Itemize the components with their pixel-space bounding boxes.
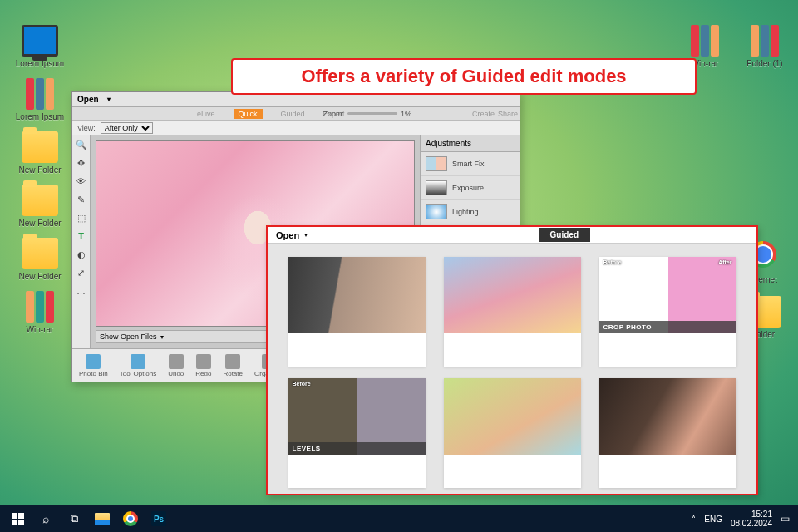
photoshop-icon: Ps [151, 511, 166, 526]
search-icon: ⌕ [42, 512, 49, 525]
guided-tab-active[interactable]: Guided [539, 228, 590, 242]
callout-banner: Offers a variety of Guided edit modes [231, 58, 697, 95]
guided-open-menu[interactable]: Open [268, 230, 316, 240]
menu-create[interactable]: Create [472, 110, 495, 118]
tool-crop[interactable]: ⤢ [76, 267, 87, 278]
guided-card-levels[interactable]: Before LEVELS [288, 378, 426, 488]
card-caption: LEVELS [288, 442, 426, 455]
tool-select[interactable]: ⬚ [76, 212, 87, 224]
label-after: After [718, 259, 732, 265]
photoshop-button[interactable]: Ps [145, 507, 173, 530]
label-before: Before [603, 259, 622, 265]
desktop-icon-binder[interactable]: Lorem Ipsum [15, 78, 65, 121]
desktop-icon-folder[interactable]: New Folder [15, 131, 65, 175]
btn-tooloptions[interactable]: Tool Options [120, 354, 156, 377]
btn-rotate[interactable]: Rotate [223, 354, 243, 377]
editor-mode-tabs: eLive Quick Guided Expert Zoom: 1% Creat… [72, 107, 520, 121]
guided-card-crop[interactable]: Before After CROP PHOTO [599, 257, 736, 367]
taskbar: ⌕ ⧉ Ps ˄ ENG 15:21 08.02.2024 ▭ [0, 505, 798, 532]
tool-redeye[interactable]: ◐ [76, 249, 87, 260]
start-button[interactable] [3, 507, 32, 530]
guided-topbar: Open Guided [268, 227, 756, 244]
tool-zoom[interactable]: 🔍 [76, 139, 87, 150]
label-before: Before [293, 381, 311, 387]
adj-exposure[interactable]: Exposure [421, 176, 520, 200]
notifications-icon[interactable]: ▭ [781, 513, 790, 525]
guided-card[interactable] [599, 378, 736, 488]
tool-palette: 🔍 ✥ 👁 ✎ ⬚ T ◐ ⤢ … [72, 135, 91, 348]
icon-label: Lorem Ipsum [15, 112, 65, 121]
desktop-icon-binder[interactable]: Folder (1) [740, 25, 790, 68]
desktop-icon-binder2[interactable]: Win-rar [15, 291, 65, 334]
view-label: View: [77, 124, 96, 132]
tool-hand[interactable]: ✥ [76, 157, 87, 169]
adjustments-header: Adjustments [421, 135, 520, 152]
guided-card[interactable] [444, 257, 581, 367]
icon-label: Folder (1) [740, 59, 790, 68]
chevron-up-icon[interactable]: ˄ [692, 515, 696, 524]
file-explorer-icon [95, 513, 110, 525]
binder-icon [746, 25, 783, 57]
taskview-button[interactable]: ⧉ [60, 507, 88, 530]
desktop-icon-folder[interactable]: New Folder [15, 238, 65, 281]
adj-smartfix[interactable]: Smart Fix [421, 152, 520, 176]
btn-photobin[interactable]: Photo Bin [79, 354, 108, 377]
explorer-button[interactable] [88, 507, 116, 530]
menu-share[interactable]: Share [498, 110, 518, 118]
zoom-value: 1% [401, 110, 411, 118]
chrome-button[interactable] [116, 507, 145, 530]
tray-date: 08.02.2024 [731, 519, 772, 528]
icon-label: New Folder [15, 165, 65, 175]
taskview-icon: ⧉ [71, 512, 78, 525]
system-tray[interactable]: ˄ ENG 15:21 08.02.2024 ▭ [692, 510, 795, 528]
callout-text: Offers a variety of Guided edit modes [301, 66, 626, 87]
folder-icon [22, 131, 58, 163]
tray-time: 15:21 [731, 510, 772, 519]
desktop-icon-monitor[interactable]: Lorem Ipsum [15, 25, 65, 68]
view-bar: View: After Only [72, 121, 520, 135]
icon-label: New Folder [15, 219, 65, 228]
tool-eye[interactable]: 👁 [76, 175, 87, 187]
binder-icon [22, 291, 58, 323]
monitor-icon [22, 25, 58, 57]
tray-clock[interactable]: 15:21 08.02.2024 [731, 510, 772, 528]
desktop-icon-folder[interactable]: New Folder [15, 185, 65, 228]
zoom-label: Zoom: [323, 110, 344, 118]
guided-window: Open Guided Before After CROP PHOTO Befo… [266, 225, 758, 495]
guided-card[interactable] [444, 378, 581, 488]
btn-undo[interactable]: Undo [168, 354, 184, 377]
icon-label: New Folder [15, 272, 65, 281]
view-mode-select[interactable]: After Only [101, 122, 153, 134]
binder-icon [687, 25, 723, 57]
folder-icon [22, 238, 58, 269]
chrome-icon [123, 511, 138, 526]
btn-redo[interactable]: Redo [195, 354, 211, 377]
folder-icon [22, 185, 58, 216]
binder-icon [22, 78, 58, 110]
windows-icon [12, 513, 24, 525]
tab-elive[interactable]: eLive [197, 110, 215, 118]
tool-text[interactable]: T [76, 230, 87, 242]
zoom-slider[interactable] [347, 112, 397, 115]
tray-lang[interactable]: ENG [704, 515, 722, 524]
tool-more[interactable]: … [76, 285, 87, 297]
tool-pencil[interactable]: ✎ [76, 194, 87, 205]
icon-label: Win-rar [15, 325, 65, 334]
search-button[interactable]: ⌕ [32, 507, 60, 530]
open-menu[interactable]: Open [77, 95, 99, 104]
chevron-down-icon: ▾ [107, 96, 111, 103]
guided-card[interactable] [288, 257, 426, 367]
adj-lighting[interactable]: Lighting [421, 200, 520, 224]
tab-quick[interactable]: Quick [234, 109, 263, 119]
tab-guided[interactable]: Guided [281, 110, 305, 118]
card-caption: CROP PHOTO [599, 321, 736, 333]
guided-grid: Before After CROP PHOTO Before LEVELS [268, 244, 756, 501]
